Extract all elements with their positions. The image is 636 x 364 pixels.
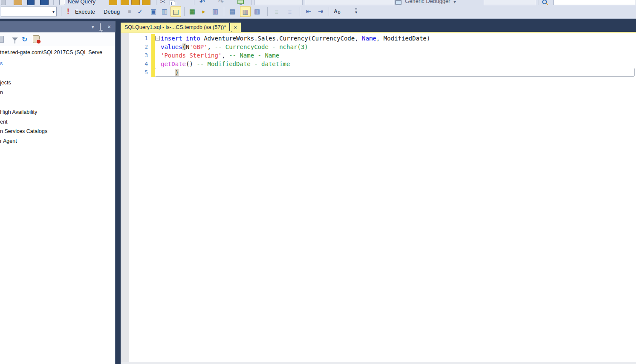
decrease-indent-icon[interactable]: ⇤	[304, 7, 313, 16]
indicator-margin	[121, 33, 129, 362]
toolbar-separator	[329, 7, 329, 16]
change-case-a: A	[334, 9, 338, 14]
current-line-highlight	[155, 68, 635, 77]
script-error-icon[interactable]	[33, 35, 40, 43]
toolbar-separator	[53, 0, 54, 5]
editor-bottom-strip	[121, 362, 636, 364]
available-databases-combobox[interactable]: ▾	[1, 7, 57, 17]
refresh-icon[interactable]: ↻	[22, 35, 27, 43]
toolbar-separator	[300, 7, 300, 16]
connect-icon[interactable]	[0, 36, 4, 43]
code-line[interactable]: 'Pounds Sterling', -- Name - Name	[121, 51, 636, 60]
database-engine-query-icon[interactable]	[109, 0, 117, 5]
results-to-file-icon[interactable]: ▥	[252, 7, 262, 16]
debug-start-icon[interactable]	[237, 0, 244, 4]
toolbar-combobox[interactable]	[484, 0, 536, 5]
new-query-button[interactable]: New Query	[68, 0, 95, 5]
include-client-statistics-icon[interactable]: ▥	[211, 7, 220, 16]
tab-sqlquery1[interactable]: SQLQuery1.sql - is-...CS.tempdb (sa (57)…	[121, 23, 241, 32]
save-icon[interactable]	[27, 0, 35, 5]
tab-pin-icon[interactable]	[229, 23, 230, 31]
toolbar-separator	[538, 0, 538, 5]
solution-platforms-combobox[interactable]	[305, 0, 394, 5]
code-line[interactable]: −insert into AdventureWorks.Sales.Curren…	[121, 34, 636, 43]
tab-close-icon[interactable]: ×	[234, 25, 237, 30]
specify-template-parameters-icon[interactable]: ▣	[149, 7, 158, 16]
toolbar-separator	[194, 0, 194, 5]
open-folder-icon[interactable]	[14, 0, 22, 5]
toolbar-separator	[156, 0, 156, 5]
toolbar-overflow-icon[interactable]: ▾	[355, 9, 357, 14]
tuning-advisor-icon[interactable]: ▸	[199, 7, 208, 16]
filter-icon[interactable]	[12, 38, 18, 41]
change-case-b: B	[338, 10, 341, 14]
new-query-icon	[59, 0, 65, 5]
code-line[interactable]: values(N'GBP', -- CurrencyCode - nchar(3…	[121, 43, 636, 51]
increase-indent-icon[interactable]: ⇥	[316, 7, 325, 16]
sql-editor-toolbar: ▾ ! Execute Debug ■ ✓ ▣ ▥ ▤ ▦ ▸ ▥ ▤ ▦ ▥ …	[0, 5, 636, 19]
redo-icon[interactable]: ↷	[218, 0, 224, 5]
analysis-mdx-query-icon[interactable]	[121, 0, 129, 5]
toolbar-separator	[184, 7, 185, 16]
tree-item[interactable]: High Availability	[0, 108, 37, 116]
analysis-dmx-query-icon[interactable]	[131, 0, 140, 5]
show-results-pane-icon[interactable]: ▤	[171, 6, 181, 17]
undo-icon[interactable]: ↶	[199, 0, 205, 5]
tree-item[interactable]: r Agent	[0, 137, 17, 145]
object-explorer-toolbar: ↻	[0, 32, 115, 46]
debug-target-label: Generic Debugger	[405, 0, 450, 5]
save-all-icon[interactable]	[40, 0, 49, 5]
window-position-chevron-icon[interactable]: ▾	[92, 24, 94, 30]
execute-button[interactable]: Execute	[75, 9, 95, 15]
tree-item-server[interactable]: tnet.red-gate.com\SQL2017CS (SQL Serve	[0, 48, 115, 57]
tree-item[interactable]: n Services Catalogs	[0, 127, 47, 136]
debug-button[interactable]: Debug	[104, 9, 120, 15]
search-icon[interactable]	[542, 0, 547, 4]
debug-target-dropdown[interactable]: Generic Debugger ▾	[395, 0, 456, 5]
chevron-down-icon: ▾	[454, 0, 456, 5]
toolbar-separator	[267, 7, 268, 16]
editor-panel: SQLQuery1.sql - is-...CS.tempdb (sa (57)…	[121, 20, 636, 364]
code-editor[interactable]: 12345 −insert into AdventureWorks.Sales.…	[121, 33, 636, 362]
new-file-icon[interactable]	[1, 0, 6, 5]
document-tab-strip: SQLQuery1.sql - is-...CS.tempdb (sa (57)…	[121, 20, 636, 33]
close-icon[interactable]: ×	[107, 24, 111, 30]
debugger-monitor-icon	[395, 0, 402, 5]
comment-lines-icon[interactable]: ≡	[272, 7, 281, 16]
tree-item[interactable]: jects	[0, 78, 11, 87]
results-to-grid-icon[interactable]: ▦	[240, 6, 251, 17]
tree-item[interactable]: s	[0, 59, 3, 68]
change-case-icon[interactable]: A B	[334, 9, 341, 14]
object-explorer-panel: ▾ × ↻ tnet.red-gate.com\SQL2017CS (SQL S…	[0, 21, 116, 364]
display-estimated-plan-icon[interactable]: ▦	[188, 7, 197, 16]
toolbar-separator	[252, 0, 252, 5]
object-explorer-titlebar: ▾ ×	[0, 21, 115, 32]
cut-icon[interactable]: ✂	[160, 0, 166, 5]
auto-hide-pin-icon[interactable]	[100, 24, 101, 30]
results-to-text-icon[interactable]: ▤	[228, 7, 237, 16]
parse-check-icon[interactable]: ✓	[137, 8, 143, 16]
tree-item[interactable]: n	[0, 88, 3, 97]
stop-icon: ■	[128, 9, 131, 14]
quick-launch-search-input[interactable]	[553, 0, 636, 5]
object-explorer-tree: tnet.red-gate.com\SQL2017CS (SQL Serve s…	[0, 46, 115, 364]
uncomment-lines-icon[interactable]: ≡	[285, 7, 295, 16]
tree-item[interactable]: ent	[0, 118, 7, 126]
tab-title: SQLQuery1.sql - is-...CS.tempdb (sa (57)…	[124, 24, 226, 30]
standard-toolbar: New Query ✂ ↶ ↷ Generic Debugger ▾	[0, 0, 636, 5]
toolbar-separator	[61, 7, 61, 16]
edit-query-windows-icon[interactable]: ▥	[160, 7, 169, 16]
toolbar-separator	[224, 7, 224, 16]
collapse-region-icon[interactable]: −	[155, 36, 160, 40]
chevron-down-icon: ▾	[52, 9, 55, 14]
copy-icon[interactable]	[170, 0, 175, 5]
analysis-xmla-query-icon[interactable]	[142, 0, 150, 5]
execute-exclamation-icon[interactable]: !	[67, 7, 69, 16]
solution-configurations-combobox[interactable]	[254, 0, 303, 5]
code-line[interactable]: getDate() -- ModifiedDate - datetime	[121, 60, 636, 68]
